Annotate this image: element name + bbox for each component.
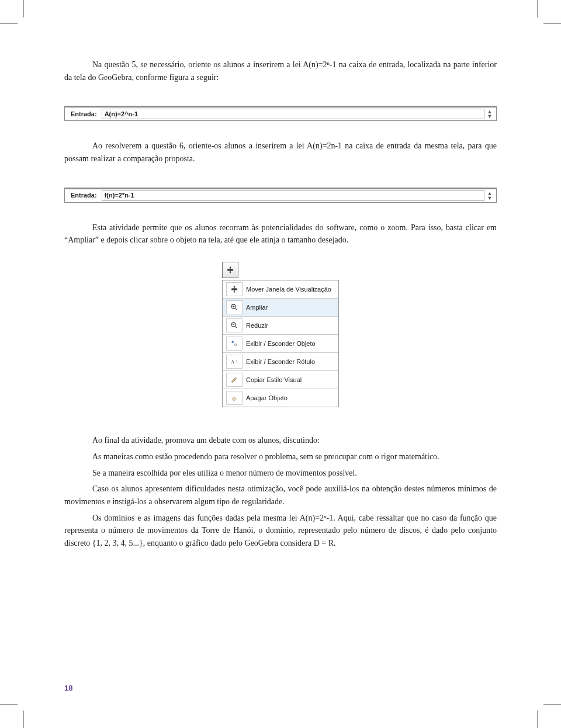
input-value: A(n)=2^n-1 [105, 109, 138, 119]
zoom-out-icon [226, 318, 243, 332]
crop-mark [537, 0, 538, 18]
menu-item-move-view[interactable]: Mover Janela de Visualização [223, 280, 338, 299]
crop-mark [23, 0, 24, 18]
svg-point-7 [231, 341, 234, 344]
svg-text:A: A [231, 359, 234, 365]
menu-item-label: Exibir / Esconder Rótulo [246, 357, 315, 367]
crop-mark [543, 704, 561, 705]
geogebra-input-bar: Entrada: f(n)=2*n-1 ▲▼ [64, 188, 497, 203]
paragraph: Ao resolverem a questão 6, oriente-os al… [64, 140, 497, 165]
input-field[interactable]: f(n)=2*n-1 [102, 190, 484, 201]
move-icon [226, 266, 234, 274]
show-object-icon [226, 337, 243, 351]
menu-item-zoom-in[interactable]: Ampliar [223, 299, 338, 317]
svg-point-8 [234, 344, 237, 346]
move-view-tool-button[interactable] [222, 262, 238, 278]
copy-style-icon [226, 373, 243, 387]
svg-line-5 [235, 327, 237, 329]
crop-mark [543, 23, 561, 24]
menu-item-show-object[interactable]: Exibir / Esconder Objeto [223, 335, 338, 353]
menu-item-show-label[interactable]: AA Exibir / Esconder Rótulo [223, 353, 338, 371]
page-content: Na questão 5, se necessário, oriente os … [64, 58, 497, 553]
menu-item-label: Exibir / Esconder Objeto [246, 339, 316, 349]
paragraph: Esta atividade permite que os alunos rec… [64, 221, 497, 247]
spinner-icon[interactable]: ▲▼ [486, 191, 496, 200]
crop-mark [0, 23, 18, 24]
input-value: f(n)=2*n-1 [105, 190, 134, 200]
page-number: 18 [64, 682, 72, 694]
input-field[interactable]: A(n)=2^n-1 [102, 109, 484, 119]
erase-icon [226, 391, 243, 405]
menu-item-copy-style[interactable]: Copiar Estilo Visual [223, 371, 338, 389]
paragraph: Caso os alunos apresentem dificuldades n… [64, 483, 497, 508]
paragraph: Se a maneira escolhida por eles utiliza … [64, 467, 497, 480]
menu-item-label: Apagar Objeto [246, 393, 288, 403]
paragraph: As maneiras como estão procedendo para r… [64, 450, 497, 463]
svg-line-1 [235, 308, 237, 311]
geogebra-tool-dropdown: Mover Janela de Visualização Ampliar Red… [222, 262, 339, 407]
menu-item-label: Reduzir [246, 321, 268, 331]
crop-mark [537, 710, 538, 728]
paragraph: Na questão 5, se necessário, oriente os … [64, 58, 497, 84]
input-label: Entrada: [65, 190, 101, 200]
crop-mark [0, 704, 18, 705]
menu-item-label: Copiar Estilo Visual [246, 375, 302, 385]
svg-text:A: A [235, 359, 238, 365]
input-label: Entrada: [65, 109, 101, 119]
paragraph: Ao final da atividade, promova um debate… [64, 434, 497, 447]
paragraph: Os domínios e as imagens das funções dad… [64, 512, 497, 550]
crop-mark [23, 710, 24, 728]
show-label-icon: AA [226, 355, 243, 369]
move-icon [226, 282, 243, 296]
menu-item-label: Mover Janela de Visualização [246, 285, 331, 294]
zoom-in-icon [226, 300, 243, 314]
menu-item-erase[interactable]: Apagar Objeto [223, 389, 338, 407]
menu-item-label: Ampliar [246, 303, 268, 313]
geogebra-input-bar: Entrada: A(n)=2^n-1 ▲▼ [64, 106, 497, 121]
menu-item-zoom-out[interactable]: Reduzir [223, 317, 338, 335]
spinner-icon[interactable]: ▲▼ [486, 109, 496, 119]
tool-menu-list: Mover Janela de Visualização Ampliar Red… [222, 280, 339, 407]
